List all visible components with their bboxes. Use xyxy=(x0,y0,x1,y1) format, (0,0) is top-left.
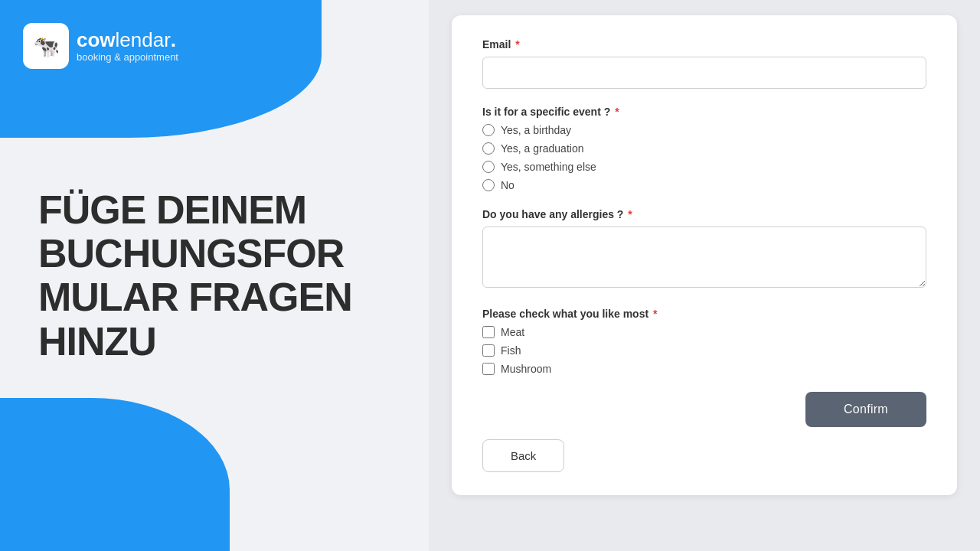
event-required: * xyxy=(615,106,619,118)
event-option-birthday[interactable]: Yes, a birthday xyxy=(482,124,926,136)
allergies-required: * xyxy=(628,208,632,220)
blue-blob-bottom xyxy=(0,398,230,551)
event-group: Is it for a specific event ? * Yes, a bi… xyxy=(482,106,926,191)
preferences-group: Please check what you like most * Meat F… xyxy=(482,308,926,375)
allergies-group: Do you have any allergies ? * xyxy=(482,208,926,291)
heading-text: FÜGE DEINEM BUCHUNGSFOR MULAR FRAGEN HIN… xyxy=(38,188,352,364)
preferences-required: * xyxy=(653,308,657,320)
brand-cow: cow xyxy=(77,28,116,51)
email-group: Email * xyxy=(482,38,926,89)
event-radio-something-else[interactable] xyxy=(482,161,495,173)
right-panel: Email * Is it for a specific event ? * Y… xyxy=(429,0,980,551)
event-option-graduation[interactable]: Yes, a graduation xyxy=(482,142,926,155)
main-heading: FÜGE DEINEM BUCHUNGSFOR MULAR FRAGEN HIN… xyxy=(38,188,352,364)
pref-fish[interactable]: Fish xyxy=(482,344,926,357)
email-input[interactable] xyxy=(482,57,926,89)
brand-lendar: lendar xyxy=(116,28,171,51)
allergies-textarea[interactable] xyxy=(482,227,926,288)
confirm-row: Confirm xyxy=(482,392,926,427)
back-row: Back xyxy=(482,439,926,472)
logo-subtitle: booking & appointment xyxy=(77,51,178,63)
logo-area: 🐄 cowlendar. booking & appointment xyxy=(23,23,178,69)
checkbox-meat[interactable] xyxy=(482,326,495,338)
event-label: Is it for a specific event ? * xyxy=(482,106,926,118)
event-radio-no[interactable] xyxy=(482,179,495,191)
email-required: * xyxy=(515,38,519,51)
email-label: Email * xyxy=(482,38,926,51)
confirm-button[interactable]: Confirm xyxy=(805,392,926,427)
left-panel: 🐄 cowlendar. booking & appointment FÜGE … xyxy=(0,0,429,551)
checkbox-fish[interactable] xyxy=(482,344,495,357)
event-option-something-else[interactable]: Yes, something else xyxy=(482,161,926,173)
event-option-no[interactable]: No xyxy=(482,179,926,191)
checkbox-mushroom[interactable] xyxy=(482,363,495,375)
back-button[interactable]: Back xyxy=(482,439,564,472)
pref-mushroom[interactable]: Mushroom xyxy=(482,363,926,375)
event-radio-birthday[interactable] xyxy=(482,124,495,136)
form-card: Email * Is it for a specific event ? * Y… xyxy=(452,15,957,495)
preferences-label: Please check what you like most * xyxy=(482,308,926,320)
logo-icon: 🐄 xyxy=(23,23,69,69)
event-radio-group: Yes, a birthday Yes, a graduation Yes, s… xyxy=(482,124,926,191)
allergies-label: Do you have any allergies ? * xyxy=(482,208,926,220)
preferences-checkbox-group: Meat Fish Mushroom xyxy=(482,326,926,375)
event-radio-graduation[interactable] xyxy=(482,142,495,155)
brand-dot: . xyxy=(171,28,176,51)
pref-meat[interactable]: Meat xyxy=(482,326,926,338)
blue-blob-top xyxy=(0,0,322,138)
